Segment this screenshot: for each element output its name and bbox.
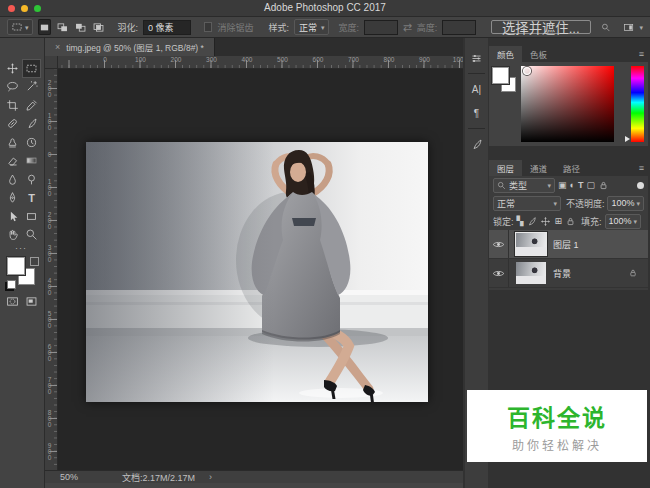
lock-pixels-icon[interactable] <box>526 216 537 227</box>
layer-visibility-toggle[interactable] <box>489 259 509 287</box>
tool-dodge[interactable] <box>22 170 41 189</box>
tool-history-brush[interactable] <box>22 133 41 152</box>
vertical-ruler[interactable]: 2001000100200300400500600700800900 <box>45 69 58 470</box>
brush-icon <box>25 117 38 130</box>
lock-all-icon[interactable] <box>565 216 576 227</box>
lock-artboard-icon[interactable]: ⊞ <box>554 217 562 226</box>
tool-pen[interactable] <box>3 189 22 208</box>
layer-row-layer1[interactable]: 图层 1 <box>489 230 648 259</box>
tab-color[interactable]: 颜色 <box>489 46 522 62</box>
layer-name[interactable]: 背景 <box>553 267 571 280</box>
foreground-color-swatch[interactable] <box>492 67 509 84</box>
layer-visibility-toggle[interactable] <box>489 230 509 258</box>
subtract-selection-button[interactable] <box>74 19 87 35</box>
width-input[interactable] <box>364 20 398 35</box>
layer-name[interactable]: 图层 1 <box>553 238 579 251</box>
paragraph-panel-button[interactable]: ¶ <box>465 101 488 125</box>
tab-swatches[interactable]: 色板 <box>522 46 555 62</box>
close-tab-icon[interactable]: × <box>55 42 60 52</box>
color-panel-header: 颜色 色板 ≡ <box>489 46 648 62</box>
eye-icon <box>492 267 505 280</box>
lock-position-icon[interactable] <box>540 216 551 227</box>
tool-stamp[interactable] <box>3 133 22 152</box>
fill-input[interactable]: 100% ▾ <box>605 214 642 229</box>
saturation-brightness-picker[interactable] <box>521 66 614 142</box>
canvas-pasteboard[interactable] <box>58 69 463 470</box>
tool-zoom[interactable] <box>22 226 41 245</box>
workspace-icon[interactable] <box>623 20 634 35</box>
color-panel-swatches[interactable] <box>492 67 522 97</box>
zoom-icon <box>25 228 38 241</box>
quick-mask-button[interactable] <box>3 293 22 309</box>
add-selection-button[interactable] <box>56 19 69 35</box>
intersect-selection-button[interactable] <box>92 19 105 35</box>
brush-icon <box>470 138 483 151</box>
style-select[interactable]: 正常 ▾ <box>294 19 330 35</box>
filter-type-layers-icon[interactable]: T <box>578 181 584 190</box>
layer-thumbnail[interactable] <box>516 233 546 255</box>
filter-smart-objects-icon[interactable] <box>598 180 609 191</box>
adjustments-panel-button[interactable] <box>465 46 488 70</box>
tool-eraser[interactable] <box>3 152 22 171</box>
layer-filter-select[interactable]: 类型 ▾ <box>493 178 555 193</box>
tool-marquee[interactable] <box>22 59 41 78</box>
layer-thumbnail[interactable] <box>516 262 546 284</box>
antialias-checkbox[interactable] <box>204 22 212 32</box>
select-and-mask-button[interactable]: 选择并遮住... <box>491 20 591 34</box>
panel-menu-icon[interactable]: ≡ <box>639 49 644 59</box>
brush-settings-panel-button[interactable] <box>465 132 488 156</box>
height-input[interactable] <box>442 20 476 35</box>
tool-direct-select[interactable] <box>3 207 22 226</box>
tool-brush[interactable] <box>22 115 41 134</box>
tool-wand[interactable] <box>22 78 41 97</box>
tool-shape[interactable] <box>22 207 41 226</box>
lock-transparency-icon[interactable]: ▚ <box>517 217 524 226</box>
watermark-subtitle: 助你轻松解决 <box>512 436 602 453</box>
tool-bandage[interactable] <box>3 115 22 134</box>
blend-mode-select[interactable]: 正常 ▾ <box>493 196 561 211</box>
status-chevron-icon[interactable]: › <box>209 472 212 482</box>
swap-colors-icon[interactable] <box>7 280 16 289</box>
wand-icon <box>25 80 38 93</box>
tool-crop[interactable] <box>3 96 22 115</box>
horizontal-ruler[interactable]: 01002003004005006007008009001000 <box>58 56 463 69</box>
tool-type[interactable]: T <box>22 189 41 208</box>
hue-slider-marker[interactable] <box>625 136 630 142</box>
hue-slider[interactable] <box>631 66 644 142</box>
edit-toolbar-button[interactable]: ··· <box>0 243 42 253</box>
tool-lasso[interactable] <box>3 78 22 97</box>
zoom-level-field[interactable]: 50% <box>60 472 78 482</box>
tool-move[interactable] <box>3 59 22 78</box>
new-selection-icon <box>38 21 51 34</box>
tool-hand[interactable] <box>3 226 22 245</box>
opacity-input[interactable]: 100% ▾ <box>607 196 644 211</box>
pen-icon <box>6 191 19 204</box>
tool-preset-picker[interactable]: ▾ <box>7 19 33 35</box>
filter-pixel-layers-icon[interactable]: ▣ <box>558 181 567 190</box>
panel-menu-icon[interactable]: ≡ <box>639 163 644 173</box>
h-ruler-label: 200 <box>171 56 182 63</box>
filter-shape-layers-icon[interactable]: ▢ <box>586 181 595 190</box>
canvas-image[interactable] <box>86 142 428 402</box>
tool-gradient[interactable] <box>22 152 41 171</box>
new-selection-button[interactable] <box>38 19 51 35</box>
foreground-background-swatches[interactable] <box>7 257 39 289</box>
tab-layers[interactable]: 图层 <box>489 160 522 176</box>
layer-row-background[interactable]: 背景 <box>489 259 648 288</box>
tab-paths[interactable]: 路径 <box>555 160 588 176</box>
default-colors-icon[interactable] <box>30 257 39 266</box>
tab-channels[interactable]: 通道 <box>522 160 555 176</box>
document-tab[interactable]: × timg.jpeg @ 50% (图层 1, RGB/8#) * <box>45 38 215 56</box>
tab-bar: × timg.jpeg @ 50% (图层 1, RGB/8#) * <box>45 38 463 56</box>
swap-dimensions-icon[interactable]: ⇄ <box>403 21 412 34</box>
feather-input[interactable]: 0 像素 <box>143 20 191 35</box>
screen-mode-button[interactable] <box>22 293 41 309</box>
tool-dropper[interactable] <box>22 96 41 115</box>
layer-filter-toggle[interactable] <box>637 182 644 189</box>
filter-adjustment-layers-icon[interactable]: ◐ <box>570 181 575 190</box>
foreground-color-swatch[interactable] <box>7 257 25 275</box>
character-panel-button[interactable]: A| <box>465 77 488 101</box>
tool-blur[interactable] <box>3 170 22 189</box>
chevron-down-icon[interactable]: ▾ <box>639 24 643 31</box>
search-icon[interactable] <box>601 21 611 34</box>
